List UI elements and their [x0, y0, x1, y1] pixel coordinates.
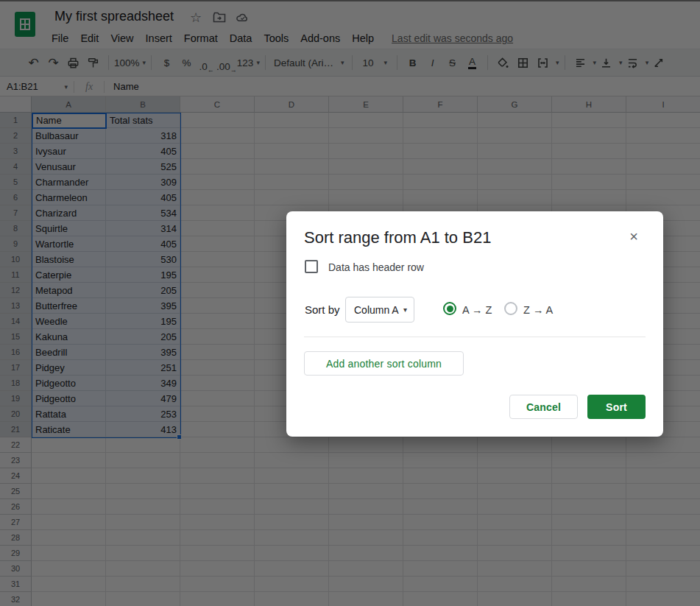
chevron-down-icon: ▾	[403, 306, 407, 314]
dialog-title: Sort range from A1 to B21	[304, 228, 491, 247]
radio-a-to-z-label[interactable]: A → Z	[462, 304, 492, 316]
sort-range-dialog: Sort range from A1 to B21 × Data has hea…	[286, 211, 663, 437]
add-sort-column-button[interactable]: Add another sort column	[304, 351, 464, 376]
cancel-button[interactable]: Cancel	[509, 395, 578, 419]
sort-by-label: Sort by	[305, 303, 340, 316]
sort-button[interactable]: Sort	[587, 395, 646, 419]
dialog-divider	[304, 337, 646, 337]
radio-z-to-a-label[interactable]: Z → A	[523, 304, 553, 316]
google-sheets-window: My first spreadsheet ☆ FileEditViewInser…	[0, 0, 700, 606]
close-icon[interactable]: ×	[623, 226, 644, 247]
radio-z-to-a[interactable]	[504, 302, 517, 315]
radio-a-to-z[interactable]	[443, 302, 456, 315]
radio-selected-dot	[447, 306, 453, 312]
sort-column-select[interactable]: Column A▾	[345, 297, 414, 323]
header-row-checkbox-label[interactable]: Data has header row	[328, 261, 424, 273]
header-row-checkbox[interactable]	[305, 260, 318, 273]
